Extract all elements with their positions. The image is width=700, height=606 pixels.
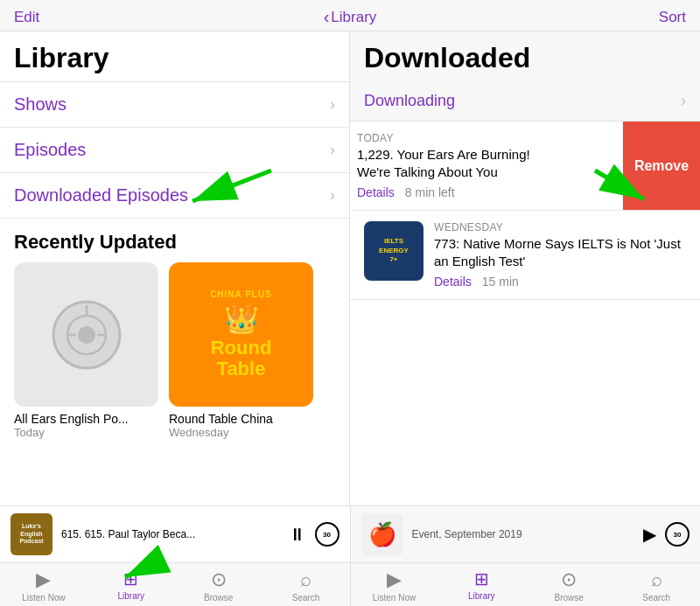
all-ears-thumbnail xyxy=(14,262,158,407)
tab-browse-right[interactable]: ⊙ Browse xyxy=(525,563,612,606)
episode-row-1[interactable]: All Ears English TODAY 1,229. Your Ears … xyxy=(350,122,700,211)
mini-player-left[interactable]: Luke's English Podcast 615. 615. Paul Ta… xyxy=(0,506,351,562)
top-nav-bar: Edit ‹ Library Sort xyxy=(0,0,700,31)
library-label-left: Library xyxy=(118,591,145,601)
podcast-card-all-ears[interactable]: All Ears English Po... Today xyxy=(14,262,158,439)
mini-player-right[interactable]: 🍎 Event, September 2019 ▶ 30 xyxy=(351,506,701,562)
episode-1-day: TODAY xyxy=(357,132,532,144)
right-player-controls: ▶ 30 xyxy=(643,522,690,547)
back-button[interactable]: ‹ Library xyxy=(324,7,377,27)
episode-1-title: 1,229. Your Ears Are Burning! We're Talk… xyxy=(357,146,532,180)
episode-2-thumbnail: IELTSENERGY7+ xyxy=(364,221,424,281)
podcast-mic-icon xyxy=(52,300,122,370)
tab-bar-right: ▶ Listen Now ⊞ Library ⊙ Browse ⌕ Search xyxy=(351,563,701,606)
episode-2-duration: 15 min xyxy=(482,275,519,289)
browse-label-left: Browse xyxy=(204,593,233,603)
search-label-right: Search xyxy=(642,593,670,603)
right-panel-header: Downloaded xyxy=(350,31,700,81)
skip-forward-button-right[interactable]: 30 xyxy=(665,522,690,547)
left-panel: Library Shows › Episodes › Downloaded Ep… xyxy=(0,31,350,505)
remove-button-1[interactable]: Remove xyxy=(623,122,700,210)
episode-2-day: WEDNESDAY xyxy=(434,221,686,233)
search-icon-left: ⌕ xyxy=(300,568,312,591)
round-table-thumbnail: CHINA PLUS 👑 RoundTable xyxy=(169,262,313,407)
pause-button[interactable]: ⏸ xyxy=(289,525,306,545)
all-ears-title: All Ears English Po... xyxy=(14,412,158,426)
right-player-event-info: Event, September 2019 xyxy=(412,528,635,540)
listen-now-icon-right: ▶ xyxy=(387,568,402,591)
bottom-section: Luke's English Podcast 615. 615. Paul Ta… xyxy=(0,505,700,606)
podcast-card-round-table[interactable]: CHINA PLUS 👑 RoundTable Round Table Chin… xyxy=(169,262,313,439)
round-table-title: Round Table China xyxy=(169,412,313,426)
back-label: Library xyxy=(331,9,376,26)
tab-search-right[interactable]: ⌕ Search xyxy=(612,563,700,606)
left-player-title: 615. 615. Paul Taylor Beca... xyxy=(61,528,280,540)
downloaded-episodes-chevron: › xyxy=(330,186,335,205)
play-button-right[interactable]: ▶ xyxy=(643,524,656,545)
episodes-list: All Ears English TODAY 1,229. Your Ears … xyxy=(350,122,700,505)
downloading-row[interactable]: Downloading › xyxy=(350,81,700,122)
skip-label-right: 30 xyxy=(674,531,682,539)
skip-forward-button-left[interactable]: 30 xyxy=(315,522,340,547)
tab-library-left[interactable]: ⊞ Library xyxy=(88,563,175,606)
episode-2-title: 773: Native Morne Says IELTS is Not 'Jus… xyxy=(434,235,686,269)
tab-bar: ▶ Listen Now ⊞ Library ⊙ Browse ⌕ Search xyxy=(0,563,700,606)
chevron-left-icon: ‹ xyxy=(324,7,330,27)
edit-button[interactable]: Edit xyxy=(14,9,39,26)
episode-1-duration: 8 min left xyxy=(405,185,455,199)
episode-1-details-row: Details 8 min left xyxy=(357,185,532,199)
tab-browse-left[interactable]: ⊙ Browse xyxy=(175,563,262,606)
episode-1-details-link[interactable]: Details xyxy=(357,185,395,199)
downloading-chevron: › xyxy=(681,92,686,110)
episode-2-content[interactable]: IELTSENERGY7+ WEDNESDAY 773: Native Morn… xyxy=(350,211,700,299)
library-icon-left: ⊞ xyxy=(123,568,138,589)
episode-1-content[interactable]: All Ears English TODAY 1,229. Your Ears … xyxy=(350,122,546,210)
all-ears-date: Today xyxy=(14,426,158,439)
episode-2-info: WEDNESDAY 773: Native Morne Says IELTS i… xyxy=(434,221,686,289)
episode-2-details-row: Details 15 min xyxy=(434,275,686,289)
right-player-event-title: Event, September 2019 xyxy=(412,528,635,540)
left-panel-header: Library xyxy=(0,31,349,81)
downloaded-episodes-menu-item[interactable]: Downloaded Episodes › xyxy=(0,173,349,219)
listen-now-label-right: Listen Now xyxy=(373,593,416,603)
episodes-chevron: › xyxy=(330,141,335,159)
recently-updated-title: Recently Updated xyxy=(0,219,349,262)
round-table-date: Wednesday xyxy=(169,426,313,439)
search-icon-right: ⌕ xyxy=(651,568,662,591)
episodes-label: Episodes xyxy=(14,140,86,160)
china-plus-badge: CHINA PLUS xyxy=(210,289,272,299)
svg-point-2 xyxy=(78,326,95,344)
sort-button[interactable]: Sort xyxy=(659,9,686,26)
tab-listen-now-right[interactable]: ▶ Listen Now xyxy=(351,563,438,606)
browse-icon-right: ⊙ xyxy=(561,568,577,591)
tab-library-right[interactable]: ⊞ Library xyxy=(438,563,525,606)
left-player-controls: ⏸ 30 xyxy=(289,522,340,547)
left-player-info: 615. 615. Paul Taylor Beca... xyxy=(61,528,280,540)
library-menu: Shows › Episodes › Downloaded Episodes › xyxy=(0,81,349,219)
browse-label-right: Browse xyxy=(555,593,584,603)
tab-listen-now-left[interactable]: ▶ Listen Now xyxy=(0,563,88,606)
main-content: Library Shows › Episodes › Downloaded Ep… xyxy=(0,31,700,505)
episodes-menu-item[interactable]: Episodes › xyxy=(0,128,349,173)
tab-search-left[interactable]: ⌕ Search xyxy=(262,563,350,606)
shows-label: Shows xyxy=(14,94,66,115)
browse-icon-left: ⊙ xyxy=(211,568,227,591)
shows-menu-item[interactable]: Shows › xyxy=(0,82,349,128)
downloaded-title: Downloaded xyxy=(364,42,686,74)
episode-2-details-link[interactable]: Details xyxy=(434,275,472,289)
downloading-label: Downloading xyxy=(364,92,455,110)
left-player-thumb: Luke's English Podcast xyxy=(10,513,52,555)
right-player-thumb: 🍎 xyxy=(361,513,403,555)
library-icon-right: ⊞ xyxy=(474,568,489,589)
downloaded-episodes-label: Downloaded Episodes xyxy=(14,185,188,205)
listen-now-icon-left: ▶ xyxy=(36,568,51,591)
right-panel: Downloaded Downloading › All Ears Englis… xyxy=(350,31,700,505)
round-table-logo-text: RoundTable xyxy=(211,338,272,380)
tab-bar-left: ▶ Listen Now ⊞ Library ⊙ Browse ⌕ Search xyxy=(0,563,351,606)
recently-updated-grid: All Ears English Po... Today CHINA PLUS … xyxy=(0,262,349,439)
episode-row-2[interactable]: IELTSENERGY7+ WEDNESDAY 773: Native Morn… xyxy=(350,211,700,300)
listen-now-label-left: Listen Now xyxy=(22,593,65,603)
skip-label-left: 30 xyxy=(323,531,331,539)
library-label-right: Library xyxy=(468,591,495,601)
search-label-left: Search xyxy=(292,593,320,603)
